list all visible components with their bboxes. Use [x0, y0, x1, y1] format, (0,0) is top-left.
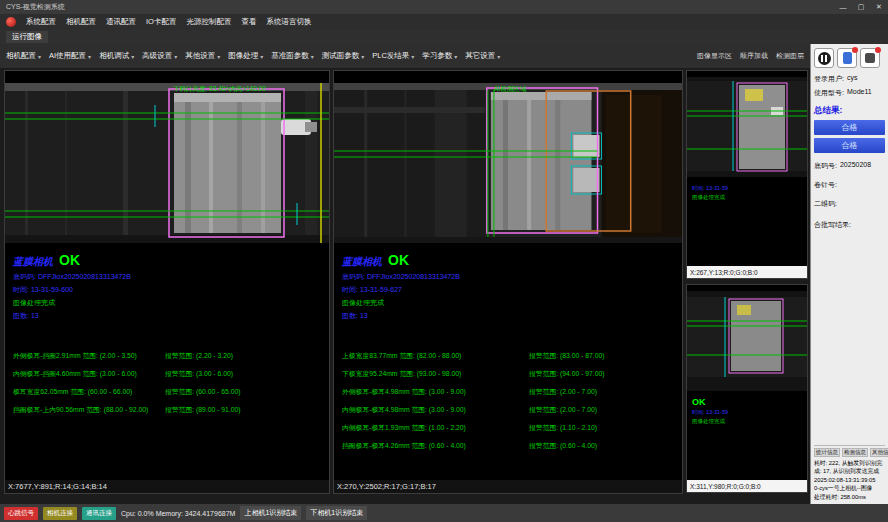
menu-system-config[interactable]: 系统配置 — [26, 17, 56, 27]
alarm-status-button[interactable] — [860, 48, 880, 68]
tab-run-image[interactable]: 运行图像 — [6, 31, 48, 43]
alarm-range: 报警范围: (83.00 - 87.00) — [529, 351, 680, 361]
menu-comm-config[interactable]: 通讯配置 — [106, 17, 136, 27]
measurement-value: 内侧极耳-挡圈4.60mm 范围: (3.00 - 6.00) — [13, 369, 165, 379]
camera1-image-count: 图数: 13 — [13, 311, 327, 321]
camera-views: 下料口高度: 93.40>内高>140.00 蓝膜相机 OK 底码码: DFFJ… — [0, 68, 810, 504]
chevron-down-icon: ▾ — [260, 53, 263, 60]
alarm-range: 报警范围: (2.00 - 7.00) — [529, 387, 680, 397]
stats-log: 耗时: 222, 从触发到识别完 成: 17, 从识别到发送完成 2025:02… — [814, 459, 885, 501]
chevron-down-icon: ▾ — [361, 53, 364, 60]
tool-camera-debug[interactable]: 相机调试▾ — [99, 51, 134, 61]
device-icon — [843, 52, 852, 64]
tool-label: 其它设置 — [465, 51, 495, 61]
toolbar: 相机配置▾ AI使用配置▾ 相机调试▾ 高级设置▾ 其他设置▾ 图像处理▾ 基准… — [0, 44, 810, 68]
tool-label: AI使用配置 — [49, 51, 86, 61]
tool-plc-result[interactable]: PLC发结果▾ — [372, 51, 414, 61]
minimize-icon[interactable]: — — [834, 0, 852, 14]
camera-connection-indicator: 相机连接 — [43, 507, 77, 520]
tool-advanced-settings[interactable]: 高级设置▾ — [142, 51, 177, 61]
barcode-row: 底码号: 20250208 — [814, 161, 885, 171]
model-value: Mode11 — [847, 88, 872, 98]
login-user-value: cys — [847, 74, 858, 84]
tool-test-params[interactable]: 测试面参数▾ — [322, 51, 365, 61]
upper-camera-status: 上相机1识别结束 — [240, 506, 301, 520]
measurement-row: 挡圈极耳-上内90.56mm 范围: (88.00 - 92.00)报警范围: … — [13, 405, 327, 415]
alarm-range: 报警范围: (2.00 - 7.00) — [529, 405, 680, 415]
qr-row: 二维码: — [814, 199, 885, 209]
tool-label: 相机配置 — [6, 51, 36, 61]
measurement-row: 上极宽度83.77mm 范围: (82.00 - 88.00)报警范围: (83… — [342, 351, 680, 361]
camera-area: 相机配置▾ AI使用配置▾ 相机调试▾ 高级设置▾ 其他设置▾ 图像处理▾ 基准… — [0, 44, 810, 504]
stats-tab[interactable]: 其他信息 — [870, 448, 888, 457]
camera2-barcode: 底码码: DFFJiox2025020813313472B — [342, 272, 680, 282]
sequence-load-label[interactable]: 顺序加载 — [740, 51, 768, 61]
menu-light-config[interactable]: 光源控制配置 — [186, 17, 231, 27]
menu-io-config[interactable]: IO卡配置 — [146, 17, 176, 27]
camera2-view[interactable]: AI检测区域 蓝膜相机 OK 底码码: DFFJiox2025020813313… — [333, 70, 683, 494]
tool-misc-settings[interactable]: 其它设置▾ — [465, 51, 500, 61]
pause-icon — [818, 52, 831, 65]
display-area-label[interactable]: 图像显示区 — [697, 51, 732, 61]
tool-label: 基准面参数 — [271, 51, 309, 61]
camera2-time: 时间: 13-31-59-627 — [342, 285, 680, 295]
barcode-value: 20250208 — [840, 161, 871, 171]
measurement-row: 挡圈极耳-极耳4.26mm 范围: (0.60 - 4.00)报警范围: (0.… — [342, 441, 680, 451]
menu-language-switch[interactable]: 系统语言切换 — [266, 17, 311, 27]
chevron-down-icon: ▾ — [497, 53, 500, 60]
alarm-range: 报警范围: (94.00 - 97.00) — [529, 369, 680, 379]
small-views-column: 时间: 13-31-59 图像处理完成 X:267,Y:13;R:0;G:0;B… — [686, 70, 808, 504]
tool-ai-config[interactable]: AI使用配置▾ — [49, 51, 91, 61]
tool-camera-config[interactable]: 相机配置▾ — [6, 51, 41, 61]
camera4-photo — [687, 291, 807, 391]
tool-baseline-params[interactable]: 基准面参数▾ — [271, 51, 314, 61]
chevron-down-icon: ▾ — [38, 53, 41, 60]
login-user-row: 登录用户: cys — [814, 74, 885, 84]
measurement-row: 下极宽度95.24mm 范围: (93.00 - 98.00)报警范围: (94… — [342, 369, 680, 379]
needle-row: 卷针号: — [814, 180, 885, 190]
tool-image-processing[interactable]: 图像处理▾ — [228, 51, 263, 61]
stats-tabs: 统计信息 检测信息 其他信息 — [814, 448, 885, 457]
camera2-image-count: 图数: 13 — [342, 311, 680, 321]
lower-camera-status: 下相机1识别结束 — [306, 506, 367, 520]
camera1-title: 蓝膜相机 — [13, 255, 53, 269]
camera1-overlay-label: 下料口高度: 93.40>内高>140.00 — [173, 85, 266, 94]
camera1-barcode: 底码码: DFFJiox2025020813313472B — [13, 272, 327, 282]
stats-tab[interactable]: 检测信息 — [842, 448, 868, 457]
camera2-measurements: 上极宽度83.77mm 范围: (82.00 - 88.00)报警范围: (83… — [342, 351, 680, 451]
measurement-value: 外侧极耳-挡圈2.91mm 范围: (2.00 - 3.50) — [13, 351, 165, 361]
tool-learning-params[interactable]: 学习参数▾ — [422, 51, 457, 61]
total-result-label: 总结果: — [814, 105, 885, 117]
close-icon[interactable]: ✕ — [870, 0, 888, 14]
device-status-button[interactable] — [837, 48, 857, 68]
chevron-down-icon: ▾ — [217, 53, 220, 60]
camera1-status-ok: OK — [59, 253, 80, 267]
camera3-coordinates: X:267,Y:13;R:0;G:0;B:0 — [687, 266, 807, 278]
camera1-result-block: 蓝膜相机 OK 底码码: DFFJiox2025020813313472B 时间… — [13, 253, 327, 415]
log-line: 成: 17, 从识别到发送完成 — [814, 467, 885, 475]
camera4-result-block: OK 时间: 13-31-59 图像处理完成 — [692, 397, 805, 425]
alarm-range: 报警范围: (1.10 - 2.10) — [529, 423, 680, 433]
menu-view[interactable]: 查看 — [241, 17, 256, 27]
camera4-status-ok: OK — [692, 397, 805, 407]
detect-layer-label[interactable]: 检测图层 — [776, 51, 804, 61]
chevron-down-icon: ▾ — [88, 53, 91, 60]
app-window: CYS-视觉检测系统 — ▢ ✕ 系统配置 相机配置 通讯配置 IO卡配置 光源… — [0, 0, 888, 522]
barcode-label: 底码号: — [814, 161, 837, 171]
tool-label: PLC发结果 — [372, 51, 409, 61]
batch-row: 合批写结果: — [814, 220, 885, 230]
measurement-value: 挡圈极耳-上内90.56mm 范围: (88.00 - 92.00) — [13, 405, 165, 415]
pause-button[interactable] — [814, 48, 834, 68]
tool-other-settings[interactable]: 其他设置▾ — [185, 51, 220, 61]
camera1-coordinates: X:7677,Y:891;R:14;G:14;B:14 — [5, 480, 329, 493]
camera4-view[interactable]: OK 时间: 13-31-59 图像处理完成 X:311,Y:980;R:0;G… — [686, 284, 808, 493]
tool-label: 其他设置 — [185, 51, 215, 61]
stats-tab[interactable]: 统计信息 — [814, 448, 840, 457]
chevron-down-icon: ▾ — [131, 53, 134, 60]
maximize-icon[interactable]: ▢ — [852, 0, 870, 14]
menu-camera-config[interactable]: 相机配置 — [66, 17, 96, 27]
tool-label: 学习参数 — [422, 51, 452, 61]
result-box-1: 合格 — [814, 120, 885, 135]
camera1-view[interactable]: 下料口高度: 93.40>内高>140.00 蓝膜相机 OK 底码码: DFFJ… — [4, 70, 330, 494]
camera3-view[interactable]: 时间: 13-31-59 图像处理完成 X:267,Y:13;R:0;G:0;B… — [686, 70, 808, 279]
